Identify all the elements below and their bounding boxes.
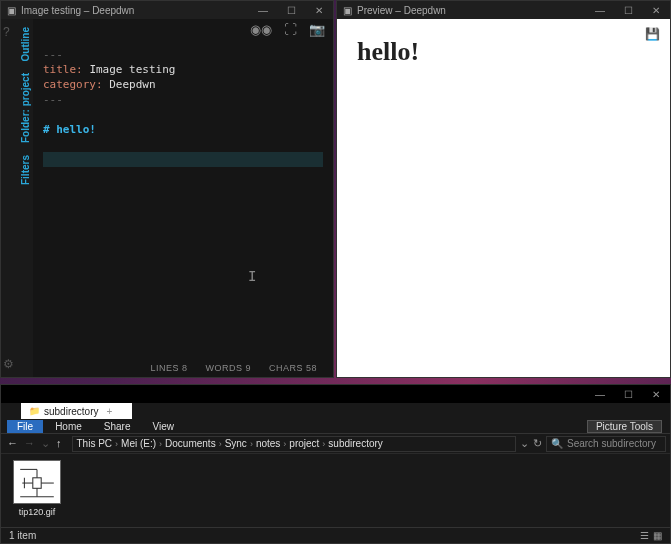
tab-filters[interactable]: Filters bbox=[20, 155, 31, 185]
tab-outline[interactable]: Outline bbox=[20, 27, 31, 61]
ribbon-file[interactable]: File bbox=[7, 420, 43, 433]
frontmatter-open: --- bbox=[43, 47, 323, 62]
preview-window: ▣ Preview – Deepdwn — ☐ ✕ 💾 hello! bbox=[336, 0, 671, 378]
explorer-statusbar: 1 item ☰ ▦ bbox=[1, 527, 670, 543]
preview-titlebar[interactable]: ▣ Preview – Deepdwn — ☐ ✕ bbox=[337, 1, 670, 19]
close-button[interactable]: ✕ bbox=[305, 1, 333, 19]
close-button[interactable]: ✕ bbox=[642, 1, 670, 19]
nav-forward[interactable]: → bbox=[24, 437, 35, 450]
settings-icon[interactable]: ⚙ bbox=[3, 357, 14, 371]
explorer-titlebar[interactable]: — ☐ ✕ bbox=[1, 385, 670, 403]
address-dropdown-icon[interactable]: ⌄ bbox=[520, 437, 529, 450]
file-thumbnail bbox=[13, 460, 61, 504]
maximize-button[interactable]: ☐ bbox=[614, 385, 642, 403]
nav-history[interactable]: ⌄ bbox=[41, 437, 50, 450]
maximize-button[interactable]: ☐ bbox=[277, 1, 305, 19]
save-icon[interactable]: 💾 bbox=[645, 27, 660, 41]
search-input[interactable]: 🔍 Search subdirectory bbox=[546, 436, 666, 452]
breadcrumb-seg[interactable]: Mei (E:) bbox=[121, 438, 156, 449]
refresh-icon[interactable]: ↻ bbox=[533, 437, 542, 450]
app-icon: ▣ bbox=[341, 4, 353, 16]
explorer-window: — ☐ ✕ 📁 subdirectory + File Home Share V… bbox=[0, 384, 671, 544]
focus-icon[interactable]: ⛶ bbox=[284, 22, 297, 37]
ribbon-picture-tools[interactable]: Picture Tools bbox=[587, 420, 662, 433]
breadcrumb-seg[interactable]: subdirectory bbox=[328, 438, 382, 449]
breadcrumb-seg[interactable]: Documents bbox=[165, 438, 216, 449]
frontmatter-title-line: title: Image testing bbox=[43, 62, 323, 77]
mask-icon[interactable]: ◉◉ bbox=[250, 22, 272, 37]
file-grid[interactable]: tip120.gif bbox=[1, 454, 670, 527]
address-bar: ← → ⌄ ↑ This PC› Mei (E:)› Documents› Sy… bbox=[1, 434, 670, 454]
left-rail: ? ⚙ bbox=[1, 19, 17, 377]
new-tab-button[interactable]: + bbox=[106, 406, 112, 417]
ribbon-share[interactable]: Share bbox=[94, 420, 141, 433]
tab-folder[interactable]: Folder: project bbox=[20, 73, 31, 143]
markdown-heading: # hello! bbox=[43, 122, 323, 137]
breadcrumb[interactable]: This PC› Mei (E:)› Documents› Sync› note… bbox=[72, 436, 517, 452]
editor-titlebar[interactable]: ▣ Image testing – Deepdwn — ☐ ✕ bbox=[1, 1, 333, 19]
status-chars: CHARS 58 bbox=[269, 363, 317, 373]
search-placeholder: Search subdirectory bbox=[567, 438, 656, 449]
maximize-button[interactable]: ☐ bbox=[614, 1, 642, 19]
search-icon: 🔍 bbox=[551, 438, 563, 449]
breadcrumb-seg[interactable]: Sync bbox=[225, 438, 247, 449]
editor-toolbar: ◉◉ ⛶ 📷 bbox=[33, 19, 333, 39]
nav-up[interactable]: ↑ bbox=[56, 437, 62, 450]
frontmatter-category-line: category: Deepdwn bbox=[43, 77, 323, 92]
help-icon[interactable]: ? bbox=[3, 25, 10, 39]
breadcrumb-seg[interactable]: notes bbox=[256, 438, 280, 449]
breadcrumb-seg[interactable]: project bbox=[289, 438, 319, 449]
editor-title: Image testing – Deepdwn bbox=[21, 5, 134, 16]
ribbon-view[interactable]: View bbox=[143, 420, 185, 433]
nav-back[interactable]: ← bbox=[7, 437, 18, 450]
camera-icon[interactable]: 📷 bbox=[309, 22, 325, 37]
preview-heading: hello! bbox=[357, 37, 650, 67]
minimize-button[interactable]: — bbox=[586, 1, 614, 19]
ribbon-home[interactable]: Home bbox=[45, 420, 92, 433]
minimize-button[interactable]: — bbox=[249, 1, 277, 19]
file-name: tip120.gif bbox=[19, 507, 56, 517]
preview-pane: 💾 hello! bbox=[337, 19, 670, 377]
ribbon: File Home Share View Picture Tools bbox=[1, 419, 670, 434]
status-lines: LINES 8 bbox=[150, 363, 187, 373]
minimize-button[interactable]: — bbox=[586, 385, 614, 403]
view-thumbnails-icon[interactable]: ▦ bbox=[653, 530, 662, 541]
explorer-tabstrip: 📁 subdirectory + bbox=[1, 403, 670, 419]
item-count: 1 item bbox=[9, 530, 36, 541]
folder-icon: 📁 bbox=[29, 406, 40, 416]
code-editor[interactable]: --- title: Image testing category: Deepd… bbox=[33, 39, 333, 359]
frontmatter-close: --- bbox=[43, 92, 323, 107]
file-item[interactable]: tip120.gif bbox=[9, 460, 65, 517]
close-button[interactable]: ✕ bbox=[642, 385, 670, 403]
side-tabs: Outline Folder: project Filters bbox=[17, 19, 33, 377]
status-words: WORDS 9 bbox=[205, 363, 251, 373]
preview-title: Preview – Deepdwn bbox=[357, 5, 446, 16]
editor-window: ▣ Image testing – Deepdwn — ☐ ✕ ? ⚙ Outl… bbox=[0, 0, 334, 378]
editor-statusbar: LINES 8 WORDS 9 CHARS 58 bbox=[33, 359, 333, 377]
breadcrumb-seg[interactable]: This PC bbox=[77, 438, 113, 449]
text-cursor: I bbox=[248, 269, 256, 284]
view-details-icon[interactable]: ☰ bbox=[640, 530, 649, 541]
explorer-tab-label: subdirectory bbox=[44, 406, 98, 417]
explorer-tab[interactable]: 📁 subdirectory + bbox=[21, 403, 132, 419]
current-line-highlight bbox=[43, 152, 323, 167]
app-icon: ▣ bbox=[5, 4, 17, 16]
